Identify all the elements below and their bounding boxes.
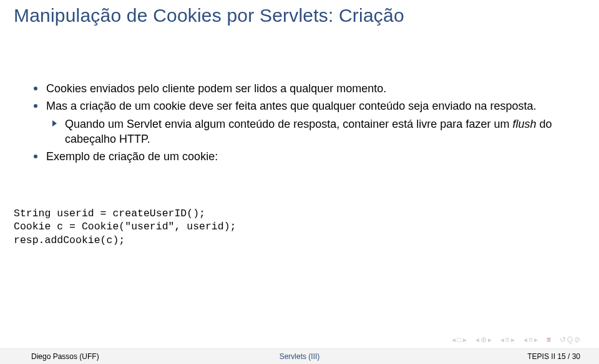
nav-prev-subsection-icon[interactable]: ◂ [524,335,527,344]
nav-back-icon[interactable]: ↺ [560,335,566,344]
nav-prev-frame-icon[interactable]: ◂ [475,335,479,344]
nav-next-section-icon[interactable]: ▸ [511,335,515,344]
nav-zoom-icon[interactable]: ≡ [547,335,551,344]
nav-misc-group[interactable]: ↺ Q ⊘ [560,335,580,344]
bullet-text: Cookies enviados pelo cliente podem ser … [46,82,386,95]
nav-goto-icon[interactable]: ⊘ [574,335,580,344]
bullet-icon [34,87,37,90]
nav-next-slide-icon[interactable]: ▸ [463,335,467,344]
bullet-text: Exemplo de criação de um cookie: [46,150,218,163]
code-line: resp.addCookie(c); [14,234,125,246]
slide-footer: Diego Passos (UFF) Servlets (III) TEPIS … [0,348,599,364]
sub-bullet-text-em: flush [512,118,536,130]
nav-subsection-icon: ≡ [528,335,533,344]
nav-prev-section-icon[interactable]: ◂ [500,335,504,344]
triangle-icon [52,120,57,127]
bullet-item: Mas a criação de um cookie deve ser feit… [30,98,569,113]
nav-next-subsection-icon[interactable]: ▸ [534,335,538,344]
slide-title: Manipulação de Cookies por Servlets: Cri… [14,5,404,26]
nav-subsection-group[interactable]: ◂ ≡ ▸ [524,335,538,344]
nav-frame-icon: ⊕ [480,335,487,344]
nav-search-icon[interactable]: Q [567,335,573,344]
code-snippet: String userid = createUserID(); Cookie c… [14,207,236,247]
nav-section-group[interactable]: ◂ ≡ ▸ [500,335,515,344]
beamer-nav: ◂ □ ▸ ◂ ⊕ ▸ ◂ ≡ ▸ ◂ ≡ ▸ ≡ ↺ Q ⊘ [452,335,580,344]
nav-slide-group[interactable]: ◂ □ ▸ [452,335,466,344]
bullet-text: Mas a criação de um cookie deve ser feit… [46,100,537,112]
nav-slide-icon: □ [457,335,461,344]
slide-body: Cookies enviados pelo cliente podem ser … [30,81,569,166]
nav-prev-slide-icon[interactable]: ◂ [452,335,455,344]
footer-title: Servlets (III) [0,352,599,361]
bullet-icon [34,104,37,108]
nav-frame-group[interactable]: ◂ ⊕ ▸ [475,335,492,344]
bullet-item: Cookies enviados pelo cliente podem ser … [30,81,569,96]
footer-page-number: TEPIS II 15 / 30 [527,352,580,361]
sub-bullet-text-pre: Quando um Servlet envia algum conteúdo d… [65,118,512,130]
code-line: Cookie c = Cookie("userid", userid); [14,221,236,232]
bullet-icon [34,155,37,158]
nav-next-frame-icon[interactable]: ▸ [488,335,492,344]
code-line: String userid = createUserID(); [14,208,205,219]
nav-section-icon: ≡ [505,335,510,344]
slide-root: Manipulação de Cookies por Servlets: Cri… [0,0,599,364]
bullet-item: Exemplo de criação de um cookie: [30,149,569,164]
sub-bullet-item: Quando um Servlet envia algum conteúdo d… [30,117,569,147]
